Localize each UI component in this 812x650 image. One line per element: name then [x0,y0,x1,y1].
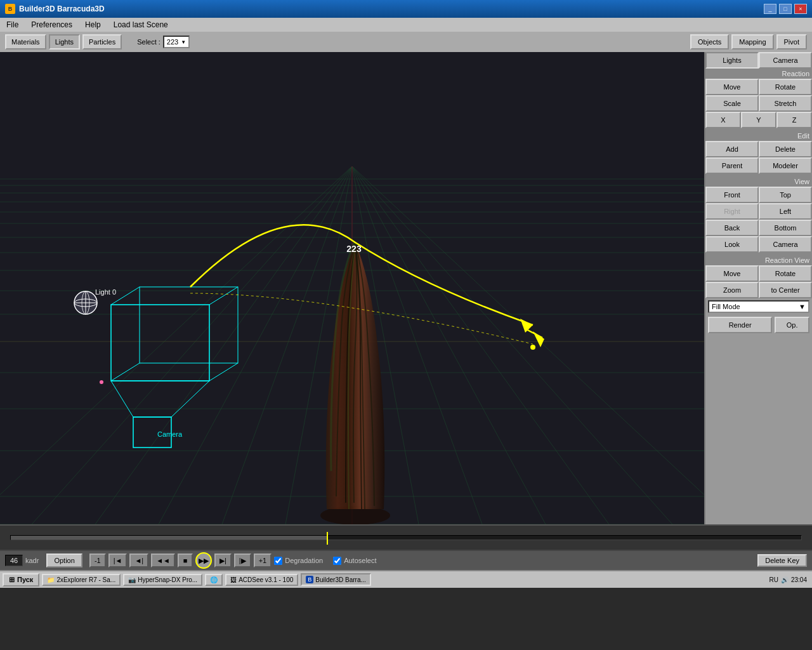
fillmode-dropdown[interactable]: Fill Mode ▼ [708,300,809,313]
op-button[interactable]: Op. [775,317,809,333]
front-view-button[interactable]: Front [705,187,759,203]
scale-button[interactable]: Scale [705,95,759,112]
delete-button[interactable]: Delete [759,141,812,157]
svg-point-55 [100,380,103,384]
taskbar-item-label: 2xExplorer R7 - Sa... [56,576,115,583]
render-row: Render Op. [705,315,812,335]
close-button[interactable]: × [794,4,807,14]
timeline[interactable] [0,524,812,550]
rv-zoom-button[interactable]: Zoom [705,282,759,298]
rv-rotate-button[interactable]: Rotate [759,265,812,282]
rv-tocenter-button[interactable]: to Center [759,282,812,298]
option-button[interactable]: Option [46,554,82,567]
taskbar-item-web[interactable]: 🌐 [205,574,223,586]
maximize-button[interactable]: □ [779,4,792,14]
frame-number: 46 [5,555,23,566]
toolbar: Materials Lights Particles Select : 223 … [0,32,812,52]
back-bottom-row: Back Bottom [705,220,812,236]
plus1-button[interactable]: +1 [254,554,272,567]
svg-text:Camera: Camera [157,430,183,438]
svg-text:Light 0: Light 0 [95,288,116,296]
y-button[interactable]: Y [741,112,776,128]
taskbar-item-builder3d[interactable]: B Builder3D Barra... [301,573,371,586]
minus1-button[interactable]: -1 [89,554,106,567]
fillmode-label: Fill Mode [712,303,740,310]
menu-help[interactable]: Help [81,19,105,30]
app-icon: B [5,4,15,14]
menu-file[interactable]: File [3,19,22,30]
prev-button[interactable]: ◄◄ [151,554,175,567]
rv-move-rotate-row: Move Rotate [705,265,812,282]
back-view-button[interactable]: Back [705,220,759,236]
pivot-button[interactable]: Pivot [776,34,807,50]
folder-icon: 📁 [47,576,55,583]
modeler-button[interactable]: Modeler [759,157,812,174]
goto-start-button[interactable]: |◄ [108,554,128,567]
view-section-label: View [705,176,812,187]
camera-tab[interactable]: Camera [759,52,812,69]
move-button[interactable]: Move [705,79,759,95]
lights-button[interactable]: Lights [49,34,80,50]
minimize-button[interactable]: _ [764,4,776,14]
taskbar-item-label: ACDSee v3.1 - 100 [239,576,293,583]
pause-button[interactable]: ■ [178,554,193,567]
taskbar-item-hypersnap[interactable]: 📷 HyperSnap-DX Pro... [123,574,202,586]
3d-viewport[interactable]: Light 0 Camera [0,52,704,524]
svg-point-54 [530,345,535,350]
degradation-checkbox[interactable] [274,557,282,565]
reaction-view-label: Reaction View [705,255,812,265]
render-button[interactable]: Render [708,317,772,333]
objects-button[interactable]: Objects [690,34,729,50]
degradation-label: Degradation [285,557,323,564]
next-key-button[interactable]: ▶| [214,554,232,567]
window-controls[interactable]: _ □ × [764,4,807,14]
reaction-section-label: Reaction [705,69,812,79]
timeline-bar[interactable] [10,535,802,540]
play-button[interactable]: ▶▶ [195,552,212,569]
menu-loadlastscene[interactable]: Load last Scene [110,19,172,30]
delete-key-button[interactable]: Delete Key [757,554,807,567]
chevron-down-icon: ▼ [799,303,806,310]
x-button[interactable]: X [705,112,741,128]
builder3d-icon: B [306,576,313,583]
scale-stretch-row: Scale Stretch [705,95,812,112]
autoselect-label: Autoselect [344,557,376,564]
add-delete-row: Add Delete [705,141,812,157]
main-area: Light 0 Camera [0,52,812,524]
image-icon: 🖼 [230,576,237,583]
add-button[interactable]: Add [705,141,759,157]
timeline-progress [11,536,327,540]
parent-button[interactable]: Parent [705,157,759,174]
prev-key-button[interactable]: ◄| [129,554,148,567]
rv-move-button[interactable]: Move [705,265,759,282]
select-dropdown[interactable]: 223 ▼ [163,36,190,48]
right-view-button[interactable]: Right [705,203,759,220]
lang-indicator: RU [769,576,778,583]
taskbar-item-label: HyperSnap-DX Pro... [138,576,197,583]
left-view-button[interactable]: Left [759,203,812,220]
goto-end-button[interactable]: |▶ [234,554,251,567]
taskbar-item-acdsee[interactable]: 🖼 ACDSee v3.1 - 100 [225,574,298,586]
materials-button[interactable]: Materials [5,34,46,50]
mapping-button[interactable]: Mapping [731,34,773,50]
autoselect-checkbox[interactable] [333,557,341,565]
controls-bar: 46 kadr Option -1 |◄ ◄| ◄◄ ■ ▶▶ ▶| |▶ +1… [0,550,812,570]
start-label: Пуск [17,576,33,583]
lights-tab[interactable]: Lights [705,52,759,69]
particles-button[interactable]: Particles [82,34,122,50]
autoselect-group: Autoselect [333,557,376,565]
look-button[interactable]: Look [705,236,759,253]
stretch-button[interactable]: Stretch [759,95,812,112]
z-button[interactable]: Z [776,112,812,128]
menu-preferences[interactable]: Preferences [27,19,76,30]
chevron-down-icon: ▼ [181,39,186,45]
top-view-button[interactable]: Top [759,187,812,203]
rotate-button[interactable]: Rotate [759,79,812,95]
windows-icon: ⊞ [9,576,15,584]
camera-view-button[interactable]: Camera [759,236,812,253]
taskbar-item-explorer[interactable]: 📁 2xExplorer R7 - Sa... [42,574,121,586]
start-button[interactable]: ⊞ Пуск [3,573,39,587]
speaker-icon[interactable]: 🔊 [781,576,789,583]
bottom-view-button[interactable]: Bottom [759,220,812,236]
select-value: 223 [167,38,178,46]
